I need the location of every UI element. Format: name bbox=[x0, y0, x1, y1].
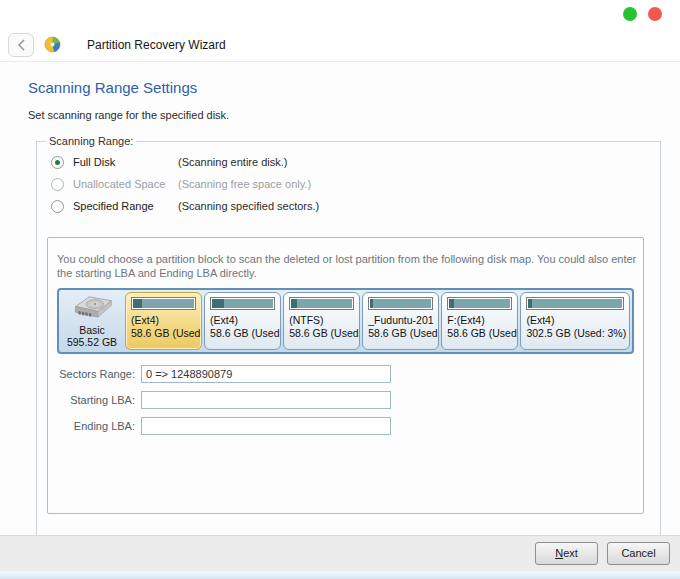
starting-lba-label: Starting LBA: bbox=[57, 394, 141, 406]
back-button[interactable] bbox=[8, 33, 34, 57]
scanning-range-groupbox: Scanning Range: Full Disk (Scanning enti… bbox=[36, 135, 661, 577]
partition-label: (Ext4) bbox=[210, 314, 275, 327]
partition-size: 302.5 GB (Used: 3%) bbox=[526, 327, 624, 340]
partition-size: 58.6 GB (Used bbox=[447, 327, 512, 340]
wizard-content: Scanning Range Settings Set scanning ran… bbox=[0, 62, 680, 535]
disk-map-panel: You could choose a partition block to sc… bbox=[47, 237, 644, 514]
window-close-dot[interactable] bbox=[648, 7, 662, 21]
usage-bar bbox=[447, 297, 512, 310]
partition-block-5[interactable]: F:(Ext4) 58.6 GB (Used bbox=[441, 292, 518, 350]
partition-label: F:(Ext4) bbox=[447, 314, 512, 327]
wizard-header: Partition Recovery Wizard bbox=[0, 28, 680, 62]
hard-disk-icon bbox=[68, 292, 116, 323]
radio-unallocated-space: Unallocated Space (Scanning free space o… bbox=[51, 173, 651, 195]
radio-note: (Scanning specified sectors.) bbox=[178, 200, 319, 212]
usage-bar bbox=[526, 297, 624, 310]
disk-size: 595.52 GB bbox=[67, 336, 117, 348]
disk-map-description: You could choose a partition block to sc… bbox=[57, 252, 642, 280]
radio-note: (Scanning free space only.) bbox=[178, 178, 311, 190]
partition-label: (NTFS) bbox=[289, 314, 354, 327]
lba-fields: Sectors Range: Starting LBA: Ending LBA: bbox=[57, 361, 634, 439]
page-title: Scanning Range Settings bbox=[28, 79, 197, 96]
partition-size: 58.6 GB (Used bbox=[131, 327, 196, 340]
partition-size: 58.6 GB (Used bbox=[368, 327, 433, 340]
app-icon bbox=[44, 36, 61, 53]
partition-size: 58.6 GB (Used bbox=[289, 327, 354, 340]
sectors-range-input[interactable] bbox=[141, 365, 391, 383]
scanning-range-legend: Scanning Range: bbox=[46, 135, 136, 147]
cancel-button[interactable]: Cancel bbox=[607, 542, 670, 565]
sectors-range-row: Sectors Range: bbox=[57, 361, 634, 387]
starting-lba-input[interactable] bbox=[141, 391, 391, 409]
radio-button-icon bbox=[51, 178, 64, 191]
wizard-footer: Next Cancel bbox=[0, 535, 680, 571]
radio-label: Full Disk bbox=[73, 156, 178, 168]
ending-lba-label: Ending LBA: bbox=[57, 420, 141, 432]
radio-specified-range[interactable]: Specified Range (Scanning specified sect… bbox=[51, 195, 651, 217]
partition-label: _Fuduntu-201 bbox=[368, 314, 433, 327]
partition-label: (Ext4) bbox=[131, 314, 196, 327]
chevron-left-icon bbox=[17, 39, 26, 51]
usage-bar bbox=[368, 297, 433, 310]
partition-block-4[interactable]: _Fuduntu-201 58.6 GB (Used bbox=[362, 292, 439, 350]
starting-lba-row: Starting LBA: bbox=[57, 387, 634, 413]
usage-bar bbox=[210, 297, 275, 310]
next-button[interactable]: Next bbox=[535, 542, 598, 565]
ending-lba-row: Ending LBA: bbox=[57, 413, 634, 439]
radio-note: (Scanning entire disk.) bbox=[178, 156, 287, 168]
window-minimize-dot[interactable] bbox=[623, 7, 637, 21]
window-title: Partition Recovery Wizard bbox=[87, 38, 226, 52]
window-bottom-edge bbox=[0, 571, 680, 579]
disk-type: Basic bbox=[79, 324, 105, 336]
partition-size: 58.6 GB (Used bbox=[210, 327, 275, 340]
window-titlebar bbox=[0, 0, 680, 28]
radio-button-icon[interactable] bbox=[51, 200, 64, 213]
partition-block-6[interactable]: (Ext4) 302.5 GB (Used: 3%) bbox=[520, 292, 630, 350]
partition-block-2[interactable]: (Ext4) 58.6 GB (Used bbox=[204, 292, 281, 350]
radio-label: Specified Range bbox=[73, 200, 178, 212]
partition-block-1[interactable]: (Ext4) 58.6 GB (Used bbox=[125, 292, 202, 350]
radio-button-icon[interactable] bbox=[51, 156, 64, 169]
ending-lba-input[interactable] bbox=[141, 417, 391, 435]
page-subtitle: Set scanning range for the specified dis… bbox=[28, 109, 229, 121]
radio-full-disk[interactable]: Full Disk (Scanning entire disk.) bbox=[51, 151, 651, 173]
radio-label: Unallocated Space bbox=[73, 178, 178, 190]
usage-bar bbox=[289, 297, 354, 310]
sectors-range-label: Sectors Range: bbox=[57, 368, 141, 380]
disk-map: Basic 595.52 GB (Ext4) 58.6 GB (Used (Ex… bbox=[57, 288, 634, 354]
partition-block-3[interactable]: (NTFS) 58.6 GB (Used bbox=[283, 292, 360, 350]
partition-label: (Ext4) bbox=[526, 314, 624, 327]
usage-bar bbox=[131, 297, 196, 310]
disk-summary-cell: Basic 595.52 GB bbox=[61, 292, 123, 350]
